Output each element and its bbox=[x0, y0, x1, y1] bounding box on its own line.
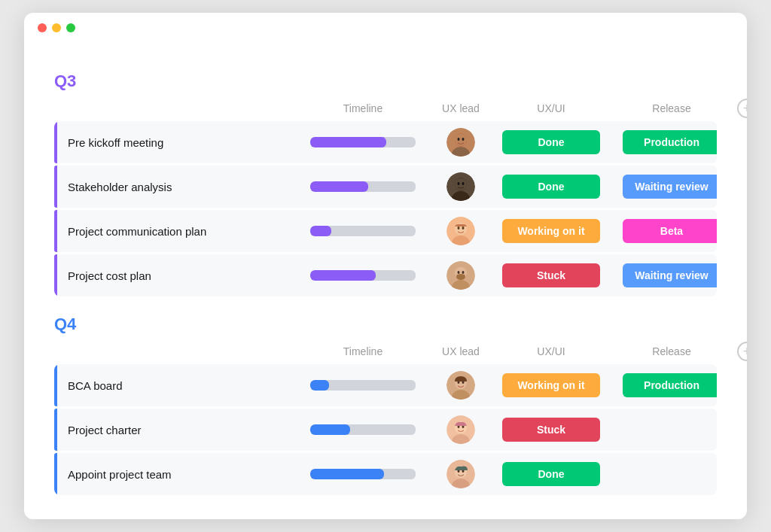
timeline-bar-fill bbox=[310, 137, 386, 147]
avatar[interactable] bbox=[446, 415, 475, 444]
release-badge[interactable]: Beta bbox=[623, 219, 717, 243]
avatar-cell bbox=[431, 460, 491, 488]
table-row: Project communication plan Working on it… bbox=[54, 210, 717, 252]
table-row: Pre kickoff meeting DoneProduction bbox=[54, 121, 717, 163]
timeline-bar-fill bbox=[310, 226, 331, 236]
release-badge[interactable]: Production bbox=[623, 130, 717, 154]
table-header-q3: TimelineUX leadUX/UIRelease+ bbox=[54, 99, 717, 121]
release-badge[interactable]: Waiting review bbox=[623, 175, 717, 199]
status-badge[interactable]: Done bbox=[502, 462, 600, 486]
release-status-cell[interactable]: Production bbox=[611, 373, 717, 397]
row-task-name: Project charter bbox=[57, 424, 142, 436]
timeline-bar-bg bbox=[310, 380, 416, 391]
minimize-dot[interactable] bbox=[52, 23, 61, 32]
uxui-status-cell[interactable]: Done bbox=[491, 175, 611, 199]
status-badge[interactable]: Stuck bbox=[502, 418, 600, 442]
table-row: BCA board Working on itProduction bbox=[54, 364, 717, 406]
timeline-cell[interactable] bbox=[295, 226, 431, 236]
avatar-cell bbox=[431, 371, 491, 400]
timeline-bar-bg bbox=[310, 424, 416, 435]
col-header-uxlead: UX lead bbox=[431, 345, 491, 357]
avatar[interactable] bbox=[446, 371, 475, 400]
row-name-cell: Project cost plan bbox=[54, 254, 295, 296]
release-status-cell[interactable]: Waiting review bbox=[611, 175, 717, 199]
col-header-uxui: UX/UI bbox=[491, 102, 611, 114]
status-badge[interactable]: Working on it bbox=[502, 373, 600, 397]
svg-point-20 bbox=[458, 271, 460, 274]
svg-point-10 bbox=[458, 182, 460, 185]
row-task-name: Project communication plan bbox=[57, 225, 206, 238]
table-row: Appoint project team Done bbox=[54, 453, 717, 495]
avatar[interactable] bbox=[446, 128, 475, 157]
row-name-cell: Pre kickoff meeting bbox=[54, 121, 295, 163]
avatar-cell bbox=[431, 172, 491, 201]
uxui-status-cell[interactable]: Done bbox=[491, 462, 611, 486]
table-rows-q3: Pre kickoff meeting DoneProductionStakeh… bbox=[54, 121, 717, 296]
uxui-status-cell[interactable]: Done bbox=[491, 130, 611, 154]
avatar-cell bbox=[431, 128, 491, 157]
uxui-status-cell[interactable]: Working on it bbox=[491, 219, 611, 243]
svg-point-15 bbox=[458, 226, 460, 230]
row-name-cell: Stakeholder analysis bbox=[54, 166, 295, 208]
row-name-cell: Appoint project team bbox=[54, 453, 295, 495]
add-column-button-q4[interactable]: + bbox=[737, 342, 747, 361]
uxui-status-cell[interactable]: Stuck bbox=[491, 418, 611, 442]
row-name-cell: BCA board bbox=[54, 364, 295, 406]
table-row: Project cost plan StuckWaiting review bbox=[54, 254, 717, 296]
table-row: Project charter Stuck bbox=[54, 409, 717, 451]
status-badge[interactable]: Done bbox=[502, 175, 600, 199]
svg-point-4 bbox=[458, 138, 460, 141]
release-status-cell[interactable]: Beta bbox=[611, 219, 717, 243]
section-q3: Q3TimelineUX leadUX/UIRelease+Pre kickof… bbox=[54, 71, 717, 296]
svg-point-5 bbox=[462, 138, 465, 141]
timeline-cell[interactable] bbox=[295, 380, 431, 391]
release-badge[interactable]: Waiting review bbox=[623, 263, 717, 287]
timeline-bar-fill bbox=[310, 181, 368, 192]
row-task-name: Stakeholder analysis bbox=[57, 181, 172, 193]
close-dot[interactable] bbox=[38, 23, 47, 32]
svg-point-11 bbox=[462, 182, 465, 185]
col-header-release: Release bbox=[611, 345, 732, 357]
section-label-q4: Q4 bbox=[54, 315, 717, 334]
timeline-bar-fill bbox=[310, 424, 350, 435]
row-name-cell: Project charter bbox=[54, 409, 295, 451]
timeline-bar-bg bbox=[310, 226, 416, 236]
row-task-name: BCA board bbox=[57, 379, 123, 392]
avatar[interactable] bbox=[446, 172, 475, 201]
timeline-cell[interactable] bbox=[295, 469, 431, 479]
release-status-cell[interactable]: Waiting review bbox=[611, 263, 717, 287]
table-rows-q4: BCA board Working on itProductionProject… bbox=[54, 364, 717, 495]
avatar[interactable] bbox=[446, 460, 475, 488]
app-window: Q3TimelineUX leadUX/UIRelease+Pre kickof… bbox=[24, 13, 747, 519]
page-header bbox=[24, 38, 747, 53]
uxui-status-cell[interactable]: Working on it bbox=[491, 373, 611, 397]
status-badge[interactable]: Working on it bbox=[502, 219, 600, 243]
table-row: Stakeholder analysis DoneWaiting review bbox=[54, 166, 717, 208]
timeline-cell[interactable] bbox=[295, 137, 431, 147]
maximize-dot[interactable] bbox=[66, 23, 75, 32]
timeline-bar-fill bbox=[310, 270, 376, 281]
titlebar bbox=[24, 13, 747, 38]
avatar[interactable] bbox=[446, 217, 475, 245]
timeline-cell[interactable] bbox=[295, 270, 431, 281]
timeline-cell[interactable] bbox=[295, 424, 431, 435]
release-badge[interactable]: Production bbox=[623, 373, 717, 397]
uxui-status-cell[interactable]: Stuck bbox=[491, 263, 611, 287]
row-name-cell: Project communication plan bbox=[54, 210, 295, 252]
col-header-uxlead: UX lead bbox=[431, 102, 491, 114]
row-task-name: Project cost plan bbox=[57, 269, 151, 282]
timeline-bar-fill bbox=[310, 380, 329, 391]
avatar[interactable] bbox=[446, 261, 475, 290]
col-header-timeline: Timeline bbox=[295, 345, 431, 357]
add-column-button-q3[interactable]: + bbox=[737, 99, 747, 118]
timeline-bar-bg bbox=[310, 181, 416, 192]
table-header-q4: TimelineUX leadUX/UIRelease+ bbox=[54, 342, 717, 364]
svg-point-21 bbox=[462, 271, 465, 274]
timeline-cell[interactable] bbox=[295, 181, 431, 192]
status-badge[interactable]: Done bbox=[502, 130, 600, 154]
row-task-name: Appoint project team bbox=[57, 468, 172, 481]
status-badge[interactable]: Stuck bbox=[502, 263, 600, 287]
release-status-cell[interactable]: Production bbox=[611, 130, 717, 154]
col-header-uxui: UX/UI bbox=[491, 345, 611, 357]
row-task-name: Pre kickoff meeting bbox=[57, 136, 163, 149]
